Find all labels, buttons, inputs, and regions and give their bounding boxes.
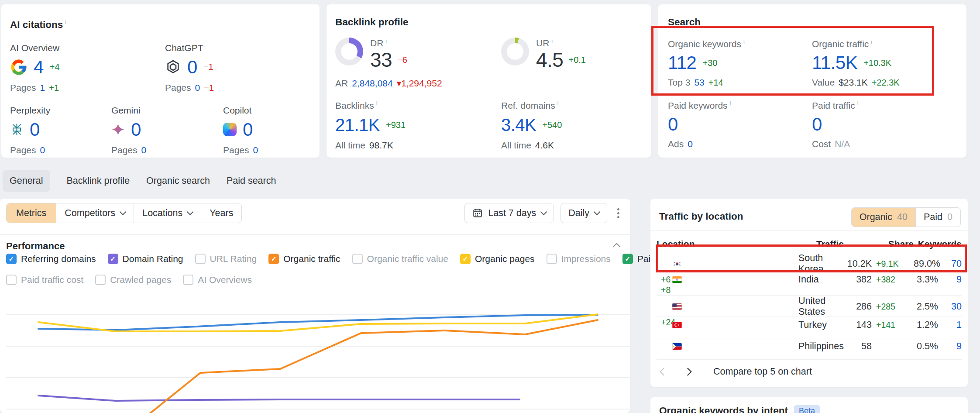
checkbox-paid-traffic-cost[interactable]: Paid traffic cost xyxy=(6,275,83,285)
checkbox-ai-overviews[interactable]: AI Overviews xyxy=(183,275,252,285)
info-icon[interactable]: i xyxy=(65,19,66,25)
traffic-row-turkey[interactable]: Turkey143+1411.2%1 xyxy=(657,317,962,338)
keywords-value[interactable]: 1 xyxy=(938,320,962,330)
years-button[interactable]: Years xyxy=(201,203,241,223)
checked-icon: ✓ xyxy=(460,254,471,264)
unchecked-icon xyxy=(183,275,193,285)
traffic-pagination: Compare top 5 on chart xyxy=(661,362,812,381)
copilot-pages-value[interactable]: 0 xyxy=(253,145,258,155)
organic-keywords-metric: Organic keywordsi 112+30 Top 353+14 xyxy=(668,38,812,88)
ref-domains-value[interactable]: 3.4K xyxy=(501,115,536,135)
chatgpt-pages-value[interactable]: 0 xyxy=(195,83,200,93)
keywords-value[interactable]: 9 xyxy=(938,274,962,285)
info-icon[interactable]: i xyxy=(743,38,745,45)
traffic-row-united-states[interactable]: United States286+2852.5%30+24 xyxy=(657,296,962,317)
paid-keywords-metric: Paid keywordsi 0 Ads0 xyxy=(668,100,812,149)
backlinks-value[interactable]: 21.1K xyxy=(335,115,380,135)
granularity-dropdown[interactable]: Daily xyxy=(560,203,607,223)
toggle-paid[interactable]: Paid0 xyxy=(915,208,960,227)
unchecked-icon xyxy=(95,275,106,285)
info-icon[interactable]: i xyxy=(557,100,559,107)
paid-keywords-value[interactable]: 0 xyxy=(668,114,678,135)
dr-donut xyxy=(335,38,363,65)
ur-label: URi xyxy=(536,38,586,48)
tab-organic-search[interactable]: Organic search xyxy=(146,176,210,186)
gemini-pages-value[interactable]: 0 xyxy=(141,145,147,155)
traffic-value: 382 xyxy=(844,274,872,285)
compare-top5-link[interactable]: Compare top 5 on chart xyxy=(713,366,812,377)
perplexity-value[interactable]: 0 xyxy=(30,119,40,140)
ai-overview-pages-value[interactable]: 1 xyxy=(40,83,45,93)
info-icon[interactable]: i xyxy=(871,38,872,45)
location-name: United States xyxy=(796,296,844,317)
keywords-value[interactable]: 30 xyxy=(938,301,962,312)
keywords-value[interactable]: 70 xyxy=(938,258,962,269)
traffic-row-philippines[interactable]: Philippines580.5%9 xyxy=(657,338,962,360)
chevron-down-icon xyxy=(540,209,547,216)
copilot-metric: Copilot 0 Pages 0 xyxy=(223,105,311,155)
info-icon[interactable]: i xyxy=(385,38,387,44)
calendar-icon xyxy=(472,208,483,218)
info-icon[interactable]: i xyxy=(376,100,378,107)
traffic-row-india[interactable]: India382+3823.3%9+8 xyxy=(657,274,962,296)
checkbox-url-rating[interactable]: URL Rating xyxy=(195,254,257,264)
toggle-organic[interactable]: Organic40 xyxy=(852,208,915,227)
ur-value: 4.5 xyxy=(536,48,563,72)
next-page-icon[interactable] xyxy=(684,368,691,375)
beta-badge: Beta xyxy=(794,405,820,413)
performance-heading: Performance xyxy=(6,241,65,252)
organic-keywords-value[interactable]: 112 xyxy=(668,52,696,73)
checkbox-referring-domains[interactable]: ✓Referring domains xyxy=(6,254,96,264)
checkbox-organic-traffic-value[interactable]: Organic traffic value xyxy=(352,254,448,264)
gemini-value[interactable]: 0 xyxy=(131,119,141,140)
more-options-button[interactable] xyxy=(614,208,623,218)
top3-value[interactable]: 53 xyxy=(694,77,704,88)
paid-traffic-value[interactable]: 0 xyxy=(812,114,822,135)
traffic-header-divider xyxy=(650,231,968,231)
checkbox-organic-pages[interactable]: ✓Organic pages xyxy=(460,254,535,264)
traffic-row-south-korea[interactable]: South Korea10.2K+9.1K89.0%70+6 xyxy=(657,253,962,274)
chatgpt-value[interactable]: 0 xyxy=(187,57,197,78)
keywords-delta: +6 xyxy=(657,275,672,285)
traffic-delta: +141 xyxy=(872,320,914,330)
perplexity-pages-value[interactable]: 0 xyxy=(40,145,45,155)
checkbox-crawled-pages[interactable]: Crawled pages xyxy=(95,275,171,285)
info-icon[interactable]: i xyxy=(857,100,859,107)
traffic-value: 10.2K xyxy=(844,258,872,269)
ref-domains-metric: Ref. domainsi 3.4K+540 All time4.6K xyxy=(501,100,642,151)
collapse-section-icon[interactable] xyxy=(612,243,620,251)
unchecked-icon xyxy=(6,275,17,285)
info-icon[interactable]: i xyxy=(730,100,731,107)
ai-citations-title: AI citationsi xyxy=(10,16,311,31)
locations-dropdown[interactable]: Locations xyxy=(134,203,201,223)
organic-traffic-value[interactable]: 11.5K xyxy=(812,52,857,73)
keywords-by-intent-title: Organic keywords by intent xyxy=(659,404,788,413)
india-flag-icon xyxy=(672,276,796,283)
share-value: 2.5% xyxy=(914,301,938,312)
date-range-dropdown[interactable]: Last 7 days xyxy=(464,203,554,223)
checkbox-organic-traffic[interactable]: ✓Organic traffic xyxy=(268,254,340,264)
traffic-delta: +285 xyxy=(872,302,914,312)
tab-backlink-profile[interactable]: Backlink profile xyxy=(67,176,130,186)
dr-value: 33 xyxy=(370,48,392,72)
unchecked-icon xyxy=(195,254,206,264)
ahrefs-rank-value[interactable]: 2,848,084 xyxy=(352,78,392,89)
checkbox-impressions[interactable]: Impressions xyxy=(547,254,611,264)
checked-icon: ✓ xyxy=(108,254,118,264)
tab-general[interactable]: General xyxy=(3,170,50,192)
competitors-dropdown[interactable]: Competitors xyxy=(56,203,134,223)
chatgpt-icon xyxy=(165,59,181,75)
ai-overview-value[interactable]: 4 xyxy=(34,57,44,78)
ads-value[interactable]: 0 xyxy=(688,139,693,149)
dr-label: DRi xyxy=(370,38,407,48)
checkbox-domain-rating[interactable]: ✓Domain Rating xyxy=(108,254,183,264)
metric-checkbox-row-2: Paid traffic costCrawled pagesAI Overvie… xyxy=(6,275,252,285)
metrics-button[interactable]: Metrics xyxy=(7,203,56,223)
search-card: Search Organic keywordsi 112+30 Top 353+… xyxy=(658,4,966,158)
copilot-value[interactable]: 0 xyxy=(243,119,253,140)
location-name: Turkey xyxy=(796,320,844,330)
keywords-value[interactable]: 9 xyxy=(938,341,962,352)
tab-paid-search[interactable]: Paid search xyxy=(227,176,276,186)
info-icon[interactable]: i xyxy=(551,38,553,44)
previous-page-icon[interactable] xyxy=(660,368,667,375)
